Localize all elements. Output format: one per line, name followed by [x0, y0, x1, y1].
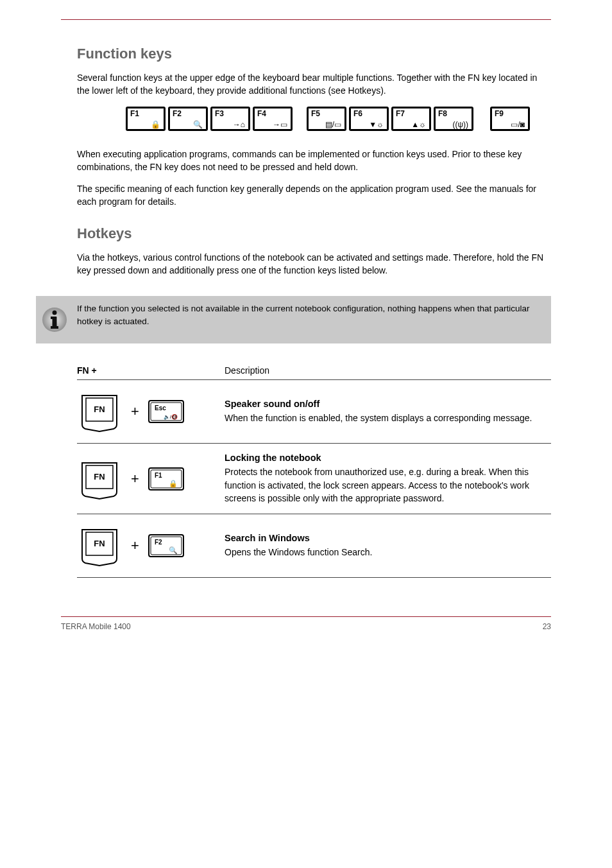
key-label: F2	[173, 109, 182, 118]
plus-icon: +	[131, 403, 139, 420]
touchpad-camera-icon: ▭/◙	[511, 121, 525, 128]
function-keys-heading: Function keys	[77, 46, 551, 62]
key-f5: F5 ▤/▭	[307, 107, 346, 131]
key-label: F7	[396, 109, 405, 118]
hotkeys-intro: Via the hotkeys, various control functio…	[77, 251, 551, 277]
key-label: F8	[438, 109, 447, 118]
key-label: F5	[311, 109, 320, 118]
table-row: FN + F1 🔒 Locking the notebook Protects …	[77, 444, 551, 514]
svg-text:FN: FN	[94, 404, 105, 414]
brightness-down-icon: ▼☼	[369, 121, 384, 128]
search-icon: 🔍	[169, 546, 178, 555]
key-f9: F9 ▭/◙	[490, 107, 530, 131]
hotkey-table: FN + Description FN + Esc 🔈/🔇	[77, 365, 551, 578]
key-f3: F3 →⌂	[210, 107, 250, 131]
footer-title: TERRA Mobile 1400	[61, 622, 131, 631]
key-f1: F1 🔒	[126, 107, 166, 131]
sound-icon: 🔈/🔇	[164, 413, 178, 420]
function-keys-para-2: The specific meaning of each function ke…	[77, 182, 551, 209]
brightness-up-icon: ▲☼	[411, 121, 426, 128]
footer-page-number: 23	[543, 622, 551, 631]
table-row: FN + Esc 🔈/🔇 Speaker sound on/off When t…	[77, 380, 551, 444]
row-title: Speaker sound on/off	[225, 399, 551, 409]
page-footer: TERRA Mobile 1400 23	[61, 616, 551, 631]
key-f7: F7 ▲☼	[391, 107, 431, 131]
fn-key-icon: FN	[77, 389, 122, 434]
key-label: F6	[353, 109, 362, 118]
table-header-combo: FN +	[77, 365, 225, 380]
svg-text:FN: FN	[94, 472, 105, 482]
function-keys-intro: Several function keys at the upper edge …	[77, 71, 551, 98]
esc-key-icon: Esc 🔈/🔇	[148, 400, 184, 423]
f1-key-icon: F1 🔒	[148, 467, 184, 490]
search-icon: 🔍	[193, 121, 203, 128]
key-label: F3	[215, 109, 224, 118]
key-label: F4	[257, 109, 266, 118]
svg-text:F2: F2	[155, 539, 162, 546]
table-row: FN + F2 🔍 Search in Windows Opens the Wi…	[77, 514, 551, 578]
key-f2: F2 🔍	[168, 107, 208, 131]
header-rule	[61, 19, 551, 20]
fn-key-icon: FN	[77, 456, 122, 501]
key-f8: F8 ((ψ))	[434, 107, 473, 131]
function-key-row: F1 🔒 F2 🔍 F3 →⌂ F4 →▭ F5 ▤/▭ F6 ▼☼ F7 ▲☼	[126, 107, 551, 131]
svg-text:F1: F1	[155, 472, 162, 479]
key-label: F1	[130, 109, 139, 118]
svg-rect-4	[51, 326, 58, 329]
svg-text:Esc: Esc	[155, 404, 166, 412]
function-keys-para-1: When executing application programs, com…	[77, 148, 551, 174]
table-header-desc: Description	[225, 365, 551, 380]
info-icon	[41, 306, 68, 333]
lock-icon: 🔒	[169, 479, 178, 488]
hotkeys-heading: Hotkeys	[77, 225, 551, 242]
row-body: When the function is enabled, the system…	[225, 412, 551, 424]
key-f6: F6 ▼☼	[349, 107, 389, 131]
wireless-icon: ((ψ))	[452, 121, 468, 128]
row-title: Locking the notebook	[225, 453, 551, 463]
svg-text:FN: FN	[94, 539, 105, 548]
display-switch-icon: →⌂	[233, 121, 245, 128]
plus-icon: +	[131, 471, 139, 487]
display-toggle-icon: ▤/▭	[325, 121, 341, 128]
info-note-box: If the function you selected is not avai…	[36, 296, 551, 343]
row-body: Protects the notebook from unauthorized …	[225, 465, 551, 505]
row-body: Opens the Windows function Search.	[225, 546, 551, 559]
f2-key-icon: F2 🔍	[148, 534, 184, 557]
note-text: If the function you selected is not avai…	[77, 302, 540, 327]
fn-key-icon: FN	[77, 523, 122, 568]
key-f4: F4 →▭	[253, 107, 293, 131]
svg-point-1	[53, 311, 57, 315]
plus-icon: +	[131, 537, 139, 554]
key-label: F9	[495, 109, 504, 118]
row-title: Search in Windows	[225, 533, 551, 543]
display-off-icon: →▭	[273, 121, 287, 128]
lock-icon: 🔒	[151, 121, 160, 128]
svg-rect-3	[51, 317, 55, 319]
